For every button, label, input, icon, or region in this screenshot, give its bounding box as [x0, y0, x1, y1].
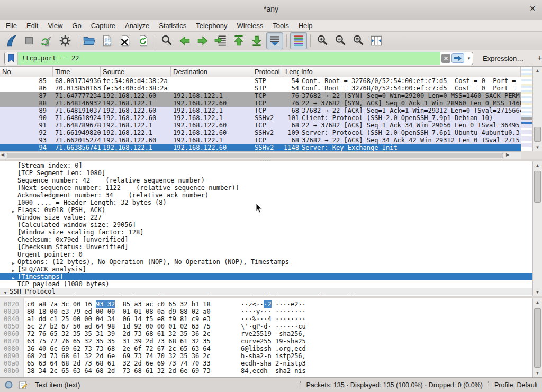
expression-button[interactable]: Expression…	[483, 54, 523, 62]
detail-line[interactable]: ▶Options: (12 bytes), No-Operation (NOP)…	[0, 258, 532, 266]
scroll-thumb[interactable]	[534, 127, 541, 142]
scroll-right-icon[interactable]: ▶	[506, 152, 509, 157]
filter-bookmark-icon[interactable]	[5, 52, 18, 65]
collapsed-icon[interactable]: ▶	[11, 267, 16, 274]
packet-row-94[interactable]: 9471.663856741192.168.122.1192.168.122.6…	[0, 144, 521, 151]
menu-edit[interactable]: Edit	[22, 21, 43, 31]
zoom-reset-icon[interactable]	[350, 32, 367, 49]
collapsed-icon[interactable]: ▶	[11, 260, 16, 266]
details-vscrollbar[interactable]: ▲ ▼	[532, 161, 542, 296]
menu-statistics[interactable]: Statistics	[154, 21, 191, 31]
detail-line[interactable]: Sequence number: 42 (relative sequence n…	[0, 177, 532, 184]
go-back-icon[interactable]	[176, 32, 193, 49]
detail-line[interactable]: Checksum: 0x79ed [unverified]	[0, 236, 532, 243]
detail-line[interactable]: ▶Flags: 0x018 (PSH, ACK)	[0, 206, 532, 214]
hex-row[interactable]: 0040a1 dd c1 25 00 00 04 34 06 14 f5 e8 …	[0, 315, 532, 323]
hex-bytes[interactable]: 65 63 64 68 2d 73 68 61 32 2d 6e 69 73 7…	[23, 360, 241, 367]
packet-list-minimap-scrollbar[interactable]	[521, 67, 532, 151]
hex-bytes[interactable]: 72 76 65 32 35 35 31 39 2d 73 68 61 32 3…	[23, 330, 241, 338]
collapsed-icon[interactable]: ▶	[11, 275, 16, 281]
hex-bytes[interactable]: 38 34 2c 65 63 64 68 2d 73 68 61 32 2d 6…	[23, 367, 241, 375]
filter-dropdown-icon[interactable]: ▾	[465, 56, 473, 61]
packet-row-88[interactable]: 8871.648146932192.168.122.1192.168.122.6…	[0, 99, 521, 107]
capture-comment-icon[interactable]	[19, 380, 28, 390]
scroll-up-icon[interactable]: ▲	[533, 161, 542, 169]
column-header-protocol[interactable]: Protocol	[252, 67, 283, 77]
hex-bytes[interactable]: 80 18 00 e3 79 ed 00 00 01 01 08 0a d9 8…	[23, 308, 241, 315]
packet-row-86[interactable]: 8670.013850163fe:54:00:d4:38:2aSTP54Conf…	[0, 85, 521, 92]
add-filter-button[interactable]: +	[534, 53, 542, 63]
scroll-thumb[interactable]	[7, 153, 503, 158]
hex-row[interactable]: 00a065 63 64 68 2d 73 68 61 32 2d 6e 69 …	[0, 360, 532, 367]
detail-line[interactable]: ▼SSH Protocol	[0, 288, 532, 295]
colorize-icon[interactable]	[290, 32, 307, 49]
scroll-down-icon[interactable]: ▼	[533, 369, 542, 377]
detail-line[interactable]: Urgent pointer: 0	[0, 251, 532, 258]
column-header-no[interactable]: No.	[0, 67, 53, 77]
hex-bytes[interactable]: 36 40 6c 69 62 73 73 68 2e 6f 72 67 2c 6…	[23, 345, 241, 352]
packet-row-85[interactable]: 8568.001734936fe:54:00:d4:38:2aSTP54Conf…	[0, 77, 521, 85]
profile-text[interactable]: Profile: Default	[494, 381, 538, 389]
scroll-down-icon[interactable]: ▼	[533, 143, 542, 151]
menu-wireless[interactable]: Wireless	[232, 21, 268, 31]
hex-row[interactable]: 00505c 27 b2 67 50 ad 64 98 1d 92 00 00 …	[0, 323, 532, 330]
hex-row[interactable]: 006072 76 65 32 35 35 31 39 2d 73 68 61 …	[0, 330, 532, 338]
packet-row-87[interactable]: 8771.647777234192.168.122.60192.168.122.…	[0, 92, 521, 99]
resize-columns-icon[interactable]	[368, 32, 385, 49]
packet-row-92[interactable]: 9271.661949820192.168.122.1192.168.122.6…	[0, 129, 521, 136]
capture-start-icon[interactable]	[3, 32, 20, 49]
detail-line[interactable]: TCP payload (1080 bytes)	[0, 280, 532, 288]
hex-row[interactable]: 00b038 34 2c 65 63 64 68 2d 73 68 61 32 …	[0, 367, 532, 375]
find-packet-icon[interactable]	[158, 32, 175, 49]
go-last-icon[interactable]	[248, 32, 265, 49]
column-header-destination[interactable]: Destination	[171, 67, 252, 77]
file-save-icon[interactable]: 010101101011	[98, 32, 115, 49]
detail-line[interactable]: [Stream index: 0]	[0, 162, 532, 169]
hex-bytes[interactable]: c0 a8 7a 3c 00 16 93 32 85 a3 ac c0 65 3…	[23, 300, 241, 308]
detail-line[interactable]: [TCP Segment Len: 1080]	[0, 169, 532, 177]
zoom-out-icon[interactable]	[332, 32, 349, 49]
menu-capture[interactable]: Capture	[86, 21, 120, 31]
file-close-icon[interactable]	[116, 32, 133, 49]
scroll-up-icon[interactable]: ▲	[533, 67, 542, 75]
packet-row-89[interactable]: 8971.648191037192.168.122.60192.168.122.…	[0, 107, 521, 114]
display-filter-field[interactable]: !tcp.port == 22 ✕ ▾	[4, 52, 473, 65]
filter-apply-icon[interactable]	[451, 53, 464, 63]
scroll-left-icon[interactable]: ◀	[1, 152, 4, 157]
menu-go[interactable]: Go	[67, 21, 86, 31]
packet-row-93[interactable]: 9371.662015274192.168.122.60192.168.122.…	[0, 136, 521, 144]
menu-telephony[interactable]: Telephony	[191, 21, 232, 31]
menu-file[interactable]: File	[1, 21, 22, 31]
scroll-thumb[interactable]	[534, 308, 541, 368]
hex-vscrollbar[interactable]: ▲ ▼	[532, 298, 542, 377]
column-header-time[interactable]: Time	[53, 67, 101, 77]
hex-row[interactable]: 003080 18 00 e3 79 ed 00 00 01 01 08 0a …	[0, 308, 532, 315]
hex-row[interactable]: 008036 40 6c 69 62 73 73 68 2e 6f 72 67 …	[0, 345, 532, 352]
detail-line[interactable]: ▶[Timestamps]	[0, 273, 532, 280]
menu-analyze[interactable]: Analyze	[120, 21, 154, 31]
capture-restart-icon[interactable]	[39, 32, 56, 49]
zoom-in-icon[interactable]	[314, 32, 331, 49]
hex-bytes[interactable]: 68 2d 73 68 61 32 2d 6e 69 73 74 70 32 3…	[23, 352, 241, 360]
capture-options-icon[interactable]	[57, 32, 74, 49]
hex-row[interactable]: 007063 75 72 76 65 32 35 35 31 39 2d 73 …	[0, 338, 532, 345]
close-icon[interactable]: ✕	[529, 4, 536, 13]
scroll-up-icon[interactable]: ▲	[533, 298, 542, 306]
hex-bytes[interactable]: a1 dd c1 25 00 00 04 34 06 14 f5 e8 f9 8…	[23, 315, 241, 323]
detail-line[interactable]: ▶[SEQ/ACK analysis]	[0, 266, 532, 273]
column-header-info[interactable]: Info	[299, 67, 521, 77]
file-open-icon[interactable]	[80, 32, 97, 49]
column-header-length[interactable]: Length	[283, 67, 299, 77]
menu-help[interactable]: Help	[294, 21, 318, 31]
detail-line[interactable]: [Next sequence number: 1122 (relative se…	[0, 184, 532, 192]
packet-row-90[interactable]: 9071.648618924192.168.122.60192.168.122.…	[0, 114, 521, 122]
detail-line[interactable]: Window size value: 227	[0, 214, 532, 221]
expanded-icon[interactable]: ▼	[3, 289, 8, 296]
packet-list-vscrollbar[interactable]: ▲ ▼	[532, 67, 542, 151]
detail-line[interactable]: [Checksum Status: Unverified]	[0, 243, 532, 251]
menu-view[interactable]: View	[43, 21, 67, 31]
collapsed-icon[interactable]: ▶	[11, 208, 16, 214]
hex-row[interactable]: 0020c0 a8 7a 3c 00 16 93 32 85 a3 ac c0 …	[0, 300, 532, 308]
hex-row[interactable]: 009068 2d 73 68 61 32 2d 6e 69 73 74 70 …	[0, 352, 532, 360]
hex-bytes[interactable]: 5c 27 b2 67 50 ad 64 98 1d 92 00 00 01 0…	[23, 323, 241, 330]
